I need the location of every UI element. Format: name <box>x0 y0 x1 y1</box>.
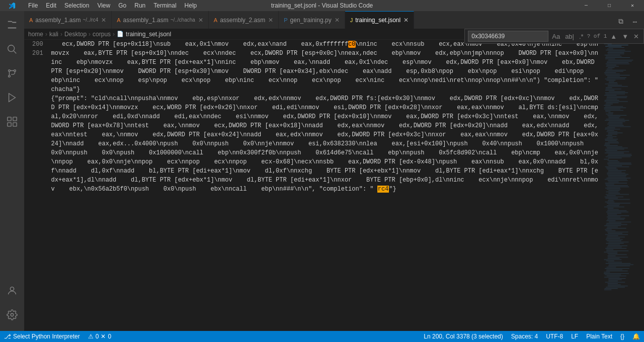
tab-close-5[interactable]: ✕ <box>400 17 409 24</box>
status-line-ending[interactable]: LF <box>567 331 582 342</box>
status-errors[interactable]: ⚠ 0 ✕ 0 <box>84 331 115 342</box>
activity-extensions-icon[interactable] <box>0 110 24 134</box>
menu-run[interactable]: Run <box>130 0 149 11</box>
format-icon: {} <box>620 333 624 340</box>
svg-marker-5 <box>9 94 16 102</box>
breadcrumb-desktop[interactable]: Desktop <box>64 31 87 38</box>
file-icon: 📄 <box>117 31 124 37</box>
tab-icon-asm2: A <box>214 17 217 23</box>
tab-label-assembly2: assembly_2.asm <box>220 17 265 24</box>
activity-accounts-icon[interactable] <box>0 279 24 303</box>
minimap <box>604 40 644 331</box>
tab-icon-py: P <box>284 17 287 23</box>
editor-area: 200201 ecx,DWORD PTR [esp+0x118]\nsub ea… <box>24 40 644 331</box>
menu-edit[interactable]: Edit <box>42 0 60 11</box>
find-prev-button[interactable]: ▲ <box>609 33 618 40</box>
breadcrumb-home[interactable]: home <box>28 31 43 38</box>
minimap-canvas <box>604 40 644 331</box>
tab-assembly1-chacha[interactable]: A assembly_1.asm ~/../chacha ✕ <box>112 11 209 29</box>
status-format[interactable]: {} <box>616 331 628 342</box>
line-ending-label: LF <box>571 333 578 340</box>
tab-close-2[interactable]: ✕ <box>195 17 203 24</box>
breadcrumb-corpus[interactable]: corpus <box>93 31 111 38</box>
bell-icon: 🔔 <box>632 333 640 340</box>
split-editor-button[interactable]: ⧉ <box>614 15 628 29</box>
menu-go[interactable]: Go <box>114 0 130 11</box>
find-regex-button[interactable]: .* <box>578 33 585 40</box>
tab-assembly2[interactable]: A assembly_2.asm ✕ <box>209 11 279 29</box>
svg-rect-7 <box>13 117 17 121</box>
status-cursor-position[interactable]: Ln 200, Col 3378 (3 selected) <box>420 331 507 342</box>
activity-settings-icon[interactable] <box>0 303 24 327</box>
editor-content[interactable]: 200201 ecx,DWORD PTR [esp+0x118]\nsub ea… <box>24 40 604 331</box>
find-input[interactable] <box>468 31 548 42</box>
window-controls: ─ □ ✕ <box>575 0 644 11</box>
find-widget: Aa ab| .* ? of 1 ▲ ▼ ✕ <box>464 29 644 44</box>
activity-search-icon[interactable] <box>0 37 24 61</box>
tab-close-3[interactable]: ✕ <box>265 17 273 24</box>
error-count: 0 <box>96 333 99 340</box>
warning-icon: ✕ <box>101 333 106 340</box>
vscode-logo-icon <box>0 0 24 11</box>
breadcrumb-kali[interactable]: kali <box>49 31 58 38</box>
tab-assembly1-rc4[interactable]: A assembly_1.asm ~/../rc4 ✕ <box>24 11 112 29</box>
window-title: training_set.jsonl - Visual Studio Code <box>271 2 373 9</box>
tab-icon-jsonl: J <box>350 17 353 23</box>
svg-point-0 <box>8 45 15 52</box>
tab-path-2: ~/../chacha <box>171 17 195 23</box>
encoding-label: UTF-8 <box>546 333 563 340</box>
status-encoding[interactable]: UTF-8 <box>542 331 567 342</box>
status-python-interpreter[interactable]: ⎇ Select Python Interpreter <box>0 331 84 342</box>
activity-bottom <box>0 279 24 327</box>
status-spaces[interactable]: Spaces: 4 <box>507 331 542 342</box>
tab-path-1: ~/../rc4 <box>83 17 98 23</box>
code-content[interactable]: ecx,DWORD PTR [esp+0x118]\nsub eax,0x1\n… <box>47 40 604 331</box>
menu-help[interactable]: Help <box>181 0 201 11</box>
find-close-button[interactable]: ✕ <box>632 33 640 40</box>
activity-debug-icon[interactable] <box>0 86 24 110</box>
more-actions-button[interactable]: ⋯ <box>628 15 642 29</box>
error-icon: ⚠ <box>88 333 94 340</box>
menu-file[interactable]: File <box>24 0 42 11</box>
maximize-button[interactable]: □ <box>598 0 621 11</box>
find-result-info: ? of 1 <box>587 33 607 39</box>
main-container: A assembly_1.asm ~/../rc4 ✕ A assembly_1… <box>24 11 644 331</box>
title-bar: File Edit Selection View Go Run Terminal… <box>0 0 644 11</box>
menu-terminal[interactable]: Terminal <box>149 0 180 11</box>
tab-label-gen-training: gen_training.py <box>290 17 332 24</box>
tab-icon-asm1-chacha: A <box>117 17 120 23</box>
svg-rect-8 <box>8 123 11 126</box>
activity-bar <box>0 11 24 331</box>
svg-point-3 <box>14 70 16 72</box>
status-right: Ln 200, Col 3378 (3 selected) Spaces: 4 … <box>420 331 644 342</box>
language-label: Plain Text <box>586 333 612 340</box>
breadcrumb-file[interactable]: training_set.jsonl <box>126 31 171 38</box>
line-numbers: 200201 <box>24 40 47 331</box>
cursor-position-label: Ln 200, Col 3378 (3 selected) <box>424 333 503 340</box>
activity-explorer-icon[interactable] <box>0 13 24 37</box>
menu-view[interactable]: View <box>93 0 114 11</box>
activity-source-control-icon[interactable] <box>0 61 24 86</box>
svg-point-2 <box>9 75 11 77</box>
tab-training-set[interactable]: J training_set.jsonl ✕ <box>345 11 415 29</box>
tab-label-training-set: training_set.jsonl <box>355 17 400 24</box>
status-bar: ⎇ Select Python Interpreter ⚠ 0 ✕ 0 Ln 2… <box>0 331 644 342</box>
svg-rect-6 <box>8 117 11 121</box>
tab-gen-training[interactable]: P gen_training.py ✕ <box>279 11 345 29</box>
status-language[interactable]: Plain Text <box>582 331 616 342</box>
svg-point-11 <box>11 313 14 316</box>
find-next-button[interactable]: ▼ <box>620 33 630 40</box>
tab-close-1[interactable]: ✕ <box>98 17 106 24</box>
close-button[interactable]: ✕ <box>621 0 644 11</box>
status-notifications[interactable]: 🔔 <box>628 331 644 342</box>
find-whole-word-button[interactable]: ab| <box>564 33 576 40</box>
menu-bar: File Edit Selection View Go Run Terminal… <box>0 0 201 11</box>
minimize-button[interactable]: ─ <box>575 0 598 11</box>
find-match-case-button[interactable]: Aa <box>550 33 561 40</box>
spaces-label: Spaces: 4 <box>511 333 538 340</box>
tab-close-4[interactable]: ✕ <box>332 17 340 24</box>
svg-line-1 <box>14 51 16 53</box>
svg-point-10 <box>10 287 14 291</box>
status-left: ⎇ Select Python Interpreter ⚠ 0 ✕ 0 <box>0 331 115 342</box>
menu-selection[interactable]: Selection <box>60 0 93 11</box>
